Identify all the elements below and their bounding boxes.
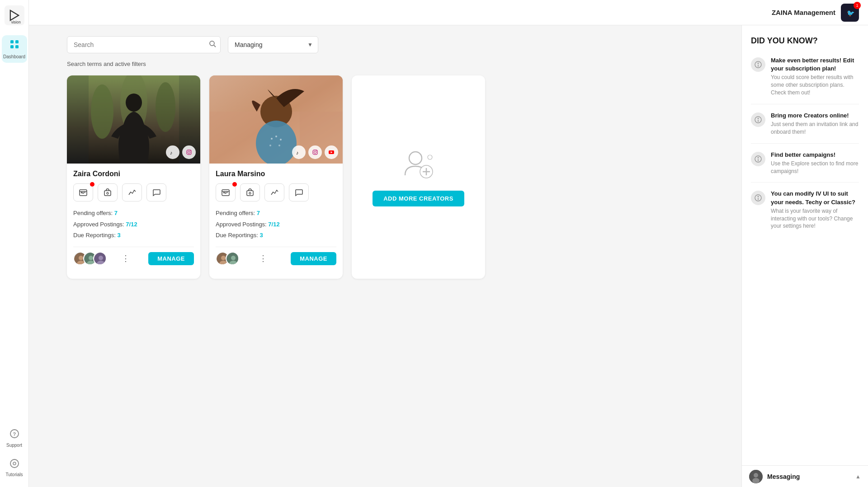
zaira-menu-btn[interactable]: ⋮ (122, 253, 130, 263)
search-input[interactable] (67, 36, 221, 53)
laura-card-footer: ⋮ MANAGE (216, 247, 336, 265)
tip-desc-2: Just send them an invitation link and on… (771, 121, 859, 136)
svg-text:♪: ♪ (296, 150, 299, 155)
laura-avatar-2 (226, 252, 239, 265)
svg-point-17 (156, 82, 175, 132)
svg-point-22 (188, 151, 190, 154)
svg-point-16 (91, 84, 113, 139)
svg-rect-5 (10, 45, 14, 48)
sidebar-item-tutorials[interactable]: Tutorials (2, 455, 27, 481)
sidebar-tutorials-label: Tutorials (6, 472, 23, 477)
laura-name: Laura Marsino (216, 170, 336, 178)
zaira-chat-btn[interactable] (146, 183, 166, 201)
search-button[interactable] (209, 40, 216, 49)
svg-point-80 (752, 478, 760, 483)
svg-point-79 (754, 473, 758, 478)
zaira-notification-dot (90, 182, 94, 187)
svg-point-59 (231, 256, 236, 260)
svg-point-56 (221, 256, 226, 260)
laura-social-icons: ♪ (292, 145, 338, 159)
zaira-card-footer: ⋮ MANAGE (73, 247, 194, 265)
svg-point-65 (428, 155, 432, 159)
topbar: ZAINA Management 🐦 1 (29, 0, 868, 25)
tip-desc-3: Use the Explore section to find more cam… (771, 160, 859, 175)
add-creators-card: ADD MORE CREATORS (352, 75, 485, 279)
laura-due-reportings: Due Reportings: 3 (216, 230, 336, 241)
svg-point-45 (278, 145, 280, 146)
svg-point-19 (126, 94, 142, 112)
zaira-actions (73, 183, 194, 201)
messaging-label: Messaging (767, 473, 851, 480)
laura-stats-btn[interactable] (264, 183, 284, 201)
zaira-stats: Pending offers: 7 Approved Postings: 7/1… (73, 208, 194, 241)
svg-point-61 (409, 152, 422, 164)
laura-chat-btn[interactable] (289, 183, 309, 201)
messaging-bar[interactable]: Messaging ▲ (741, 465, 868, 487)
zaira-approved-postings: Approved Postings: 7/12 (73, 219, 194, 230)
card-image-wrapper-laura: ♪ (209, 75, 343, 164)
tip-title-2: Bring more Creators online! (771, 112, 859, 120)
svg-rect-3 (10, 40, 14, 43)
messaging-avatar (749, 470, 763, 483)
laura-menu-btn[interactable]: ⋮ (259, 253, 267, 263)
laura-portfolio-btn[interactable] (240, 183, 260, 201)
svg-point-67 (758, 63, 759, 64)
filter-label: Search terms and active filters (67, 61, 732, 67)
tip-content-2: Bring more Creators online! Just send th… (771, 112, 859, 136)
dashboard-icon (9, 39, 20, 52)
laura-manage-btn[interactable]: MANAGE (291, 252, 336, 265)
tip-desc-4: What is your favorite way of interacting… (771, 207, 859, 230)
svg-point-73 (758, 157, 759, 158)
tip-title-4: You can modify IV UI to suit your needs.… (771, 190, 859, 206)
tip-item-3: Find better campaigns! Use the Explore s… (751, 151, 859, 175)
zaira-team-avatars (73, 252, 103, 265)
svg-point-31 (89, 256, 93, 260)
did-you-know-title: DID YOU KNOW? (751, 36, 859, 46)
user-avatar[interactable]: 🐦 1 (841, 4, 859, 22)
tiktok-icon-zaira[interactable]: ♪ (166, 145, 179, 159)
tiktok-icon-laura[interactable]: ♪ (292, 145, 306, 159)
svg-point-48 (314, 151, 316, 154)
instagram-icon-zaira[interactable] (182, 145, 196, 159)
add-more-creators-button[interactable]: ADD MORE CREATORS (373, 191, 464, 206)
managing-select[interactable]: Managing All Creators Pending Approved (228, 36, 318, 53)
laura-card-body: Laura Marsino (209, 164, 343, 270)
tutorials-icon (9, 459, 19, 470)
managing-dropdown-wrap: Managing All Creators Pending Approved ▼ (228, 36, 318, 53)
laura-pending-offers: Pending offers: 7 (216, 208, 336, 219)
svg-point-34 (99, 256, 103, 260)
tip-content-4: You can modify IV UI to suit your needs.… (771, 190, 859, 230)
zaira-portfolio-btn[interactable] (98, 183, 118, 201)
svg-point-10 (13, 462, 16, 465)
tip-item-4: You can modify IV UI to suit your needs.… (751, 190, 859, 230)
tip-divider-2 (751, 143, 859, 144)
messaging-collapse-icon[interactable]: ▲ (855, 473, 861, 480)
svg-text:vision: vision (11, 20, 21, 24)
zaira-stats-btn[interactable] (122, 183, 142, 201)
instagram-icon-laura[interactable] (308, 145, 322, 159)
tip-item-1: Make even better results! Edit your subs… (751, 56, 859, 97)
sidebar-dashboard-label: Dashboard (3, 54, 25, 59)
sidebar-item-dashboard[interactable]: Dashboard (2, 35, 27, 63)
zaira-avatar-3 (93, 252, 107, 265)
sidebar-item-support[interactable]: ? Support (2, 425, 27, 451)
right-panel: DID YOU KNOW? Make even better results! … (741, 25, 868, 487)
zaira-social-icons: ♪ (166, 145, 196, 159)
zaira-offers-btn[interactable] (73, 183, 93, 201)
zaira-manage-btn[interactable]: MANAGE (148, 252, 194, 265)
laura-offers-btn[interactable] (216, 183, 236, 201)
svg-rect-4 (15, 40, 19, 43)
youtube-icon-laura[interactable] (325, 145, 338, 159)
creator-card-zaira: ♪ Zaira Cordoni (67, 75, 200, 279)
svg-rect-6 (15, 45, 19, 48)
card-image-wrapper-zaira: ♪ (67, 75, 200, 164)
tip-divider-3 (751, 182, 859, 183)
support-icon: ? (9, 429, 19, 441)
svg-rect-53 (247, 191, 253, 196)
tip-desc-1: You could score better results with some… (771, 74, 859, 96)
tip-icon-2 (751, 112, 765, 127)
zaira-name: Zaira Cordoni (73, 170, 194, 178)
svg-point-28 (79, 256, 83, 260)
topbar-title: ZAINA Management (772, 9, 835, 16)
tip-item-2: Bring more Creators online! Just send th… (751, 112, 859, 136)
